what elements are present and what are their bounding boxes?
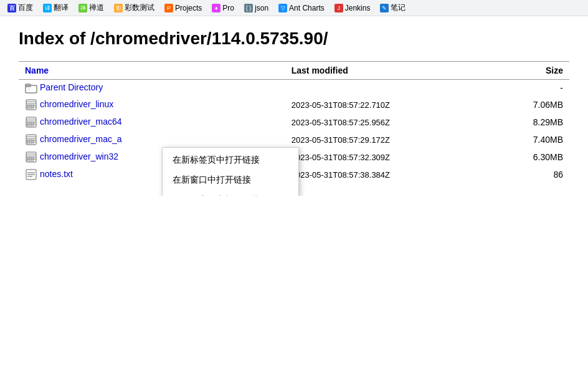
bookmark-baidu[interactable]: 百 百度 xyxy=(4,1,37,14)
table-row: 1010 0101 chromedriver_mac642023-05-31T0… xyxy=(19,113,569,131)
svg-text:0101: 0101 xyxy=(27,106,34,110)
file-link[interactable]: chromedriver_linux xyxy=(40,99,113,109)
projects-icon: P xyxy=(164,4,173,12)
file-modified-cell xyxy=(285,80,481,97)
bookmark-json-label: json xyxy=(255,4,268,12)
baidu-icon: 百 xyxy=(7,4,16,12)
file-name-cell: 1010 0101 chromedriver_mac64 xyxy=(19,113,285,131)
zip-icon: 1010 0101 xyxy=(25,116,37,128)
context-menu-item[interactable]: 在新标签页中打开链接 xyxy=(163,150,298,170)
bookmark-ceshui-label: 彩数测试 xyxy=(125,2,154,13)
bookmark-fanyi-label: 翻译 xyxy=(54,2,69,13)
col-header-size: Size xyxy=(480,62,569,80)
file-name-cell: 1010 0101 chromedriver_mac_a xyxy=(19,131,285,148)
bookmark-projects-label: Projects xyxy=(175,4,202,12)
file-modified-cell: 2023-05-31T08:57:25.956Z xyxy=(285,113,481,131)
file-size-cell: - xyxy=(480,80,569,97)
file-size-cell: 8.29MB xyxy=(480,113,569,131)
bookmark-chanding-label: 禅道 xyxy=(89,2,104,13)
txt-icon xyxy=(25,168,37,181)
file-name-cell: 1010 0101 chromedriver_linux xyxy=(19,96,285,113)
table-row: ↑ Parent Directory- xyxy=(19,80,569,97)
sort-by-name-link[interactable]: Name xyxy=(25,65,49,75)
file-link[interactable]: chromedriver_mac64 xyxy=(40,117,122,127)
file-size-cell: 7.06MB xyxy=(480,96,569,113)
file-modified-cell: 2023-05-31T08:57:38.384Z xyxy=(285,166,481,183)
bookmark-jenkins-label: Jenkins xyxy=(345,4,371,12)
bookmark-jenkins[interactable]: J Jenkins xyxy=(331,2,374,14)
svg-text:0101: 0101 xyxy=(27,123,34,127)
bookmark-fanyi[interactable]: 译 翻译 xyxy=(39,1,72,14)
zip-icon: 1010 0101 xyxy=(25,133,37,146)
parent-dir-icon: ↑ xyxy=(25,82,37,94)
svg-text:0101: 0101 xyxy=(27,141,34,145)
zip-icon: 1010 0101 xyxy=(25,151,37,163)
file-link[interactable]: Parent Directory xyxy=(40,82,103,92)
col-header-modified: Last modified xyxy=(285,62,481,80)
chanding-icon: 禅 xyxy=(78,4,87,12)
bookmark-note[interactable]: ✎ 笔记 xyxy=(376,1,409,14)
bookmark-projects[interactable]: P Projects xyxy=(161,2,206,14)
pro-icon: ♦ xyxy=(212,4,220,12)
file-link[interactable]: notes.txt xyxy=(40,169,73,179)
bookmark-ceshui[interactable]: 彩 彩数测试 xyxy=(110,1,158,14)
file-link[interactable]: chromedriver_win32 xyxy=(40,151,118,161)
file-modified-cell: 2023-05-31T08:57:29.172Z xyxy=(285,131,481,148)
bookmark-bar: 百 百度 译 翻译 禅 禅道 彩 彩数测试 P Projects ♦ Pro {… xyxy=(0,0,588,16)
bookmark-baidu-label: 百度 xyxy=(18,2,33,13)
file-modified-cell: 2023-05-31T08:57:32.309Z xyxy=(285,148,481,166)
bookmark-antcharts-label: Ant Charts xyxy=(289,4,325,12)
col-header-name[interactable]: Name xyxy=(19,62,285,80)
bookmark-antcharts[interactable]: ▽ Ant Charts xyxy=(275,2,328,14)
zip-icon: 1010 0101 xyxy=(25,98,37,111)
antcharts-icon: ▽ xyxy=(278,4,287,12)
bookmark-note-label: 笔记 xyxy=(391,2,405,13)
file-link[interactable]: chromedriver_mac_a xyxy=(40,134,122,144)
fanyi-icon: 译 xyxy=(43,4,52,12)
svg-text:↑: ↑ xyxy=(28,87,31,92)
ceshui-icon: 彩 xyxy=(114,4,123,12)
bookmark-pro[interactable]: ♦ Pro xyxy=(208,2,238,14)
bookmark-json[interactable]: { } json xyxy=(240,2,272,14)
file-size-cell: 7.40MB xyxy=(480,131,569,148)
file-name-cell: ↑ Parent Directory xyxy=(19,80,285,97)
json-icon: { } xyxy=(244,4,253,12)
context-menu-item[interactable]: 在隐身窗口中打开链接 xyxy=(163,190,298,196)
jenkins-icon: J xyxy=(334,4,343,12)
page-title: Index of /chromedriver/114.0.5735.90/ xyxy=(19,29,569,49)
main-content: Index of /chromedriver/114.0.5735.90/ Na… xyxy=(0,16,588,196)
table-row: 1010 0101 chromedriver_linux2023-05-31T0… xyxy=(19,96,569,113)
bookmark-pro-label: Pro xyxy=(222,4,234,12)
file-size-cell: 6.30MB xyxy=(480,148,569,166)
note-icon: ✎ xyxy=(380,4,389,12)
context-menu: 在新标签页中打开链接在新窗口中打开链接在隐身窗口中打开链接链接另存为...复制链… xyxy=(162,147,299,196)
file-modified-cell: 2023-05-31T08:57:22.710Z xyxy=(285,96,481,113)
table-header-row: Name Last modified Size xyxy=(19,62,569,80)
svg-text:0101: 0101 xyxy=(27,158,34,162)
file-size-cell: 86 xyxy=(480,166,569,183)
bookmark-chanding[interactable]: 禅 禅道 xyxy=(75,1,108,14)
context-menu-item[interactable]: 在新窗口中打开链接 xyxy=(163,170,298,190)
table-row: 1010 0101 chromedriver_mac_a2023-05-31T0… xyxy=(19,131,569,148)
